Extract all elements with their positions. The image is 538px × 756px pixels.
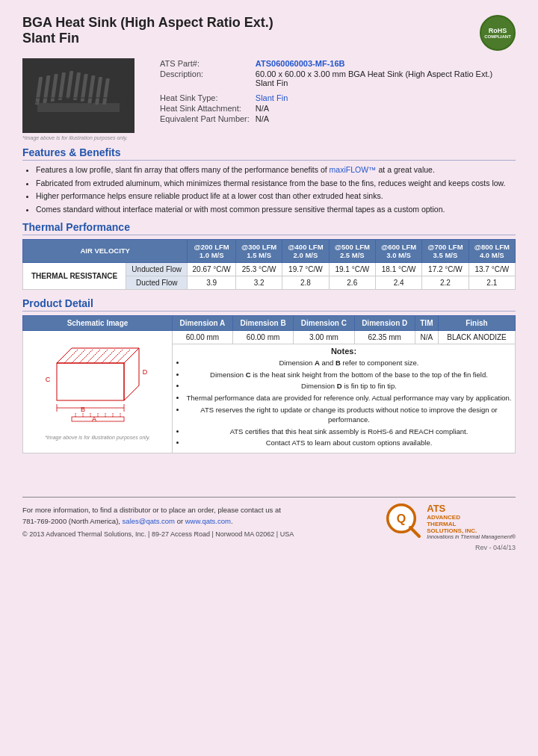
product-detail-heading: Product Detail	[22, 297, 516, 312]
ducted-700: 2.2	[422, 276, 469, 289]
footer-website[interactable]: www.qats.com	[185, 517, 231, 525]
ats-q-icon: Q	[385, 502, 422, 539]
svg-line-13	[30, 107, 37, 112]
attachment-label: Heat Sink Attachment:	[157, 103, 253, 114]
svg-rect-5	[66, 71, 73, 99]
notes-list: Dimension A and B refer to component siz…	[176, 359, 512, 449]
ducted-800: 2.1	[469, 276, 515, 289]
notes-cell: Notes: Dimension A and B refer to compon…	[173, 344, 516, 453]
svg-rect-36	[72, 417, 124, 421]
svg-line-22	[72, 350, 85, 363]
note-4: Thermal performance data are provided fo…	[186, 394, 512, 403]
svg-text:A: A	[91, 415, 96, 423]
thermal-heading: Thermal Performance	[22, 221, 516, 235]
svg-rect-6	[73, 72, 81, 100]
ducted-label: Ducted Flow	[126, 276, 188, 289]
page-number: Rev - 04/4/13	[22, 544, 516, 551]
col-dim-a: Dimension A	[173, 315, 233, 330]
svg-rect-8	[87, 75, 95, 103]
footer: For more information, to find a distribu…	[22, 502, 516, 539]
unducted-300: 25.3 °C/W	[235, 262, 282, 276]
heatsink-svg	[26, 62, 131, 129]
footer-copyright: © 2013 Advanced Thermal Solutions, Inc. …	[22, 530, 294, 540]
ducted-300: 3.2	[235, 276, 282, 289]
ats-full1: ADVANCED	[427, 514, 516, 521]
note-6: ATS certifies that this heat sink assemb…	[186, 427, 512, 437]
thermal-resistance-label: THERMAL RESISTANCE	[23, 262, 126, 289]
note-5: ATS reserves the right to update or chan…	[186, 406, 512, 425]
svg-rect-9	[95, 77, 102, 105]
type-label: Heat Sink Type:	[157, 93, 253, 103]
footer-email[interactable]: sales@qats.com	[123, 517, 175, 525]
dim-a-value: 60.00 mm	[173, 330, 233, 344]
svg-rect-1	[35, 77, 43, 105]
compliant-text: COMPLIANT	[484, 34, 511, 39]
svg-line-28	[117, 350, 130, 363]
ats-full3: SOLUTIONS, INC.	[427, 527, 516, 534]
footer-or: or	[177, 517, 185, 525]
footer-contact-details: 781-769-2000 (North America), sales@qats…	[22, 516, 294, 527]
finish-value: BLACK ANODIZE	[438, 330, 515, 344]
feature-item-4: Comes standard without interface materia…	[36, 204, 516, 215]
svg-line-12	[120, 98, 127, 103]
col-400: @400 LFM2.0 M/S	[282, 239, 329, 262]
svg-text:Q: Q	[397, 512, 406, 525]
equiv-label: Equivalent Part Number:	[157, 114, 253, 124]
title-line1: BGA Heat Sink (High Aspect Ratio Ext.)	[22, 15, 273, 31]
ats-tagline: Innovations in Thermal Management®	[427, 534, 516, 539]
footer-contact: For more information, to find a distribu…	[22, 505, 294, 515]
features-list: Features a low profile, slant fin array …	[22, 164, 516, 215]
product-title: BGA Heat Sink (High Aspect Ratio Ext.) S…	[22, 15, 273, 46]
product-detail-table: Schematic Image Dimension A Dimension B …	[22, 315, 516, 454]
ducted-500: 2.6	[329, 276, 375, 289]
note-7: Contact ATS to learn about custom option…	[186, 439, 512, 448]
ducted-600: 2.4	[375, 276, 421, 289]
schematic-image-cell: B A C D	[23, 330, 173, 453]
unducted-label: Unducted Flow	[126, 262, 188, 276]
part-number: ATS060060003-MF-16B	[253, 58, 516, 69]
footer-period: .	[231, 517, 233, 525]
ducted-200: 3.9	[188, 276, 236, 289]
col-dim-b: Dimension B	[232, 315, 293, 330]
maxiflow-link: maxiFLOW™	[330, 165, 377, 174]
col-schematic: Schematic Image	[23, 315, 173, 330]
svg-line-26	[102, 350, 115, 363]
svg-text:D: D	[142, 368, 147, 376]
unducted-200: 20.67 °C/W	[188, 262, 236, 276]
col-tim: TIM	[415, 315, 438, 330]
note-2: Dimension C is the heat sink height from…	[186, 371, 512, 380]
attachment-value: N/A	[253, 103, 516, 114]
product-image-box	[22, 58, 134, 133]
feature-item-3: Higher performance helps ensure reliable…	[36, 190, 516, 202]
description-label: Description:	[157, 69, 253, 88]
ats-name: ATS	[427, 503, 516, 514]
part-label: ATS Part#:	[157, 58, 253, 69]
col-200: @200 LFM1.0 M/S	[188, 239, 236, 262]
unducted-800: 13.7 °C/W	[469, 262, 515, 276]
dim-d-value: 62.35 mm	[354, 330, 415, 344]
footer-contact-text: For more information, to find a distribu…	[22, 506, 281, 514]
title-line2: Slant Fin	[22, 31, 273, 46]
footer-phone: 781-769-2000 (North America),	[22, 517, 120, 525]
ats-full2: THERMAL	[427, 521, 516, 527]
feature-item-1: Features a low profile, slant fin array …	[36, 164, 516, 176]
rohs-text: RoHS	[489, 27, 507, 34]
schematic-note: *Image above is for illustration purpose…	[26, 435, 169, 440]
note-1: Dimension A and B refer to component siz…	[186, 359, 512, 368]
svg-rect-18	[57, 363, 124, 400]
svg-line-21	[64, 350, 78, 363]
svg-line-47	[410, 527, 419, 536]
col-500: @500 LFM2.5 M/S	[329, 239, 375, 262]
svg-text:C: C	[45, 376, 50, 383]
type-value: Slant Fin	[253, 93, 516, 103]
schematic-svg: B A C D	[34, 333, 161, 430]
col-300: @300 LFM1.5 M/S	[235, 239, 282, 262]
svg-marker-20	[124, 348, 139, 400]
thermal-table: AIR VELOCITY @200 LFM1.0 M/S @300 LFM1.5…	[22, 239, 516, 290]
notes-heading: Notes:	[176, 347, 512, 356]
product-image-note: *Image above is for illustration purpose…	[22, 135, 142, 140]
svg-line-24	[87, 350, 100, 363]
product-info-section: *Image above is for illustration purpose…	[22, 58, 516, 140]
product-image-section: *Image above is for illustration purpose…	[22, 58, 142, 140]
svg-rect-4	[58, 72, 66, 100]
